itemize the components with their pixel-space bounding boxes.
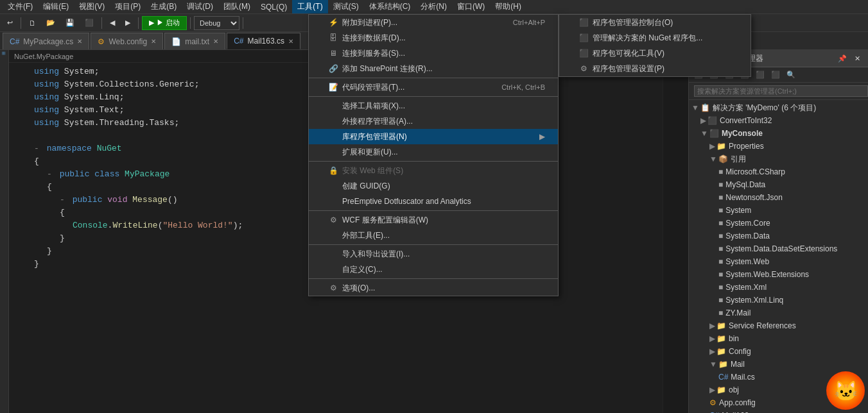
tools-dropdown-menu[interactable]: ⚡ 附加到进程(P)... Ctrl+Alt+P 🗄 连接到数据库(D)... … xyxy=(308,14,559,296)
menu-connect-server[interactable]: 🖥 连接到服务器(S)... xyxy=(309,46,558,61)
menu-project[interactable]: 项目(P) xyxy=(110,0,146,13)
snippet-icon: 📝 xyxy=(328,82,338,92)
tree-ref-system-web[interactable]: ■ System.Web xyxy=(689,255,868,268)
menu-wcf[interactable]: ⚙ WCF 服务配置编辑器(W) xyxy=(309,212,558,228)
tree-ref-system-data[interactable]: ■ System.Data xyxy=(689,230,868,242)
menu-external-tools[interactable]: 外部工具(E)... xyxy=(309,228,558,243)
tab-mail-txt-close[interactable]: ✕ xyxy=(213,38,218,45)
sidebar-indicator[interactable]: ≡ xyxy=(0,50,8,56)
attach-shortcut: Ctrl+Alt+P xyxy=(513,19,545,26)
nuget-label: 库程序包管理器(N) xyxy=(342,131,407,142)
menu-extensions[interactable]: 扩展和更新(U)... xyxy=(309,144,558,160)
menu-debug[interactable]: 调试(D) xyxy=(182,0,218,13)
menu-team[interactable]: 团队(M) xyxy=(218,0,256,13)
menu-help[interactable]: 帮助(H) xyxy=(490,0,526,13)
sep-6 xyxy=(309,278,558,279)
tree-ref-newtonsoft[interactable]: ■ Newtonsoft.Json xyxy=(689,191,868,204)
tree-ref-system-core[interactable]: ■ System.Core xyxy=(689,217,868,230)
se-tool-btn2[interactable]: ⬛ xyxy=(707,69,721,81)
tab-mail163[interactable]: C# Mail163.cs ✕ xyxy=(227,33,300,49)
tab-mail-txt-label: mail.txt xyxy=(185,37,209,46)
menu-connect-db[interactable]: 🗄 连接到数据库(D)... xyxy=(309,30,558,46)
tree-myconsole[interactable]: ▼ ⬛ MyConsole xyxy=(689,127,868,140)
tree-ref-system-web-ext[interactable]: ■ System.Web.Extensions xyxy=(689,268,868,281)
menu-view[interactable]: 视图(V) xyxy=(74,0,110,13)
se-close-button[interactable]: ✕ xyxy=(852,53,863,64)
se-pin-button[interactable]: 📌 xyxy=(835,53,849,64)
guid-icon xyxy=(328,181,338,191)
tree-bin[interactable]: ▶ 📁 bin xyxy=(689,332,868,345)
tree-properties[interactable]: ▶ 📁 Properties xyxy=(689,140,868,153)
tab-webconfig-label: Web.config xyxy=(108,37,147,46)
bin-label: bin xyxy=(729,334,739,343)
se-search-btn[interactable]: 🔍 xyxy=(784,69,798,81)
se-tool-btn5[interactable]: ⬛ xyxy=(753,69,767,81)
toolbar-back[interactable]: ◀ xyxy=(105,16,119,30)
se-tool-btn3[interactable]: ⬛ xyxy=(722,69,736,81)
menu-attach-process[interactable]: ⚡ 附加到进程(P)... Ctrl+Alt+P xyxy=(309,15,558,30)
menu-window[interactable]: 窗口(W) xyxy=(452,0,490,13)
menu-build[interactable]: 生成(B) xyxy=(146,0,182,13)
tree-config-folder[interactable]: ▶ 📁 Config xyxy=(689,345,868,358)
debug-dropdown[interactable]: Debug Release xyxy=(194,16,239,30)
toolbar-forward[interactable]: ▶ xyxy=(121,16,135,30)
tree-ref-mysql[interactable]: ■ MySql.Data xyxy=(689,178,868,191)
sep-3 xyxy=(309,161,558,162)
tree-ref-system-data-ext[interactable]: ■ System.Data.DataSetExtensions xyxy=(689,242,868,255)
se-tool-btn6[interactable]: ⬛ xyxy=(768,69,783,81)
ref-system-data-label: System.Data xyxy=(725,232,770,240)
solution-search-wrapper xyxy=(689,83,868,100)
menu-add-sharepoint[interactable]: 🔗 添加 SharePoint 连接(R)... xyxy=(309,61,558,76)
menu-test[interactable]: 测试(S) xyxy=(328,0,364,13)
menu-addin-mgr[interactable]: 外接程序管理器(A)... xyxy=(309,114,558,129)
tab-webconfig[interactable]: ⚙ Web.config ✕ xyxy=(91,33,163,49)
menu-create-guid[interactable]: 创建 GUID(G) xyxy=(309,178,558,194)
solution-tree: ▼ 📋 解决方案 'MyDemo' (6 个项目) ▶ ⬛ ConvertToI… xyxy=(689,100,868,413)
tab-mypackage-close[interactable]: ✕ xyxy=(77,38,82,45)
tree-ref-mscsharp[interactable]: ■ Microsoft.CSharp xyxy=(689,165,868,178)
start-button[interactable]: ▶ ▶ 启动 xyxy=(142,16,187,30)
menu-install-web[interactable]: 🔒 安装 Web 组件(S) xyxy=(309,163,558,178)
menu-arch[interactable]: 体系结构(C) xyxy=(364,0,416,13)
tree-solution[interactable]: ▼ 📋 解决方案 'MyDemo' (6 个项目) xyxy=(689,101,868,114)
toolbar-open[interactable]: 📂 xyxy=(42,16,60,30)
menu-code-snippet[interactable]: 📝 代码段管理器(T)... Ctrl+K, Ctrl+B xyxy=(309,80,558,95)
sep-5 xyxy=(309,244,558,245)
tab-mail-txt[interactable]: 📄 mail.txt ✕ xyxy=(164,33,225,49)
toolbar-save[interactable]: 💾 xyxy=(61,16,79,30)
tree-refs[interactable]: ▼ 📦 引用 xyxy=(689,153,868,165)
tab-mail163-close[interactable]: ✕ xyxy=(288,38,293,45)
menu-sql[interactable]: SQL(Q) xyxy=(256,1,292,13)
se-tool-btn4[interactable]: ⬛ xyxy=(738,69,752,81)
tree-service-refs[interactable]: ▶ 📁 Service References xyxy=(689,319,868,332)
sep-1 xyxy=(309,78,558,78)
toolbar-undo[interactable]: ↩ xyxy=(3,16,17,30)
menu-options[interactable]: ⚙ 选项(O)... xyxy=(309,280,558,296)
tree-ref-zy-mail[interactable]: ■ ZY.Mail xyxy=(689,307,868,319)
se-tool-btn1[interactable]: ⬛ xyxy=(691,69,706,81)
tree-mail-folder[interactable]: ▼ 📁 Mail xyxy=(689,358,868,371)
wcf-icon: ⚙ xyxy=(328,215,338,225)
menu-dotfuscator[interactable]: PreEmptive Dotfuscator and Analytics xyxy=(309,194,558,209)
menu-file[interactable]: 文件(F) xyxy=(3,0,38,13)
menu-import-export[interactable]: 导入和导出设置(I)... xyxy=(309,246,558,262)
ref-icon: ■ xyxy=(718,283,723,292)
tree-ref-system-xml[interactable]: ■ System.Xml xyxy=(689,281,868,294)
tree-ref-system-xml-linq[interactable]: ■ System.Xml.Linq xyxy=(689,294,868,307)
toolbar-saveall[interactable]: ⬛ xyxy=(80,16,98,30)
tree-ref-system[interactable]: ■ System xyxy=(689,204,868,217)
ref-icon: ■ xyxy=(718,244,723,253)
menu-tools[interactable]: 工具(T) xyxy=(292,0,327,13)
menu-nuget[interactable]: 库程序包管理器(N) ▶ xyxy=(309,129,558,144)
tab-mypackage[interactable]: C# MyPackage.cs ✕ xyxy=(3,33,89,49)
tab-webconfig-close[interactable]: ✕ xyxy=(151,38,156,45)
tree-convert[interactable]: ▶ ⬛ ConvertToInt32 xyxy=(689,114,868,127)
toolbar-new[interactable]: 🗋 xyxy=(24,16,40,30)
menu-toolbox[interactable]: 选择工具箱项(X)... xyxy=(309,98,558,114)
ref-icon: ■ xyxy=(718,270,723,279)
menu-edit[interactable]: 编辑(E) xyxy=(38,0,74,13)
sep-2 xyxy=(309,96,558,97)
menu-customize[interactable]: 自定义(C)... xyxy=(309,262,558,277)
menu-analysis[interactable]: 分析(N) xyxy=(415,0,452,13)
solution-search-input[interactable] xyxy=(694,85,868,97)
